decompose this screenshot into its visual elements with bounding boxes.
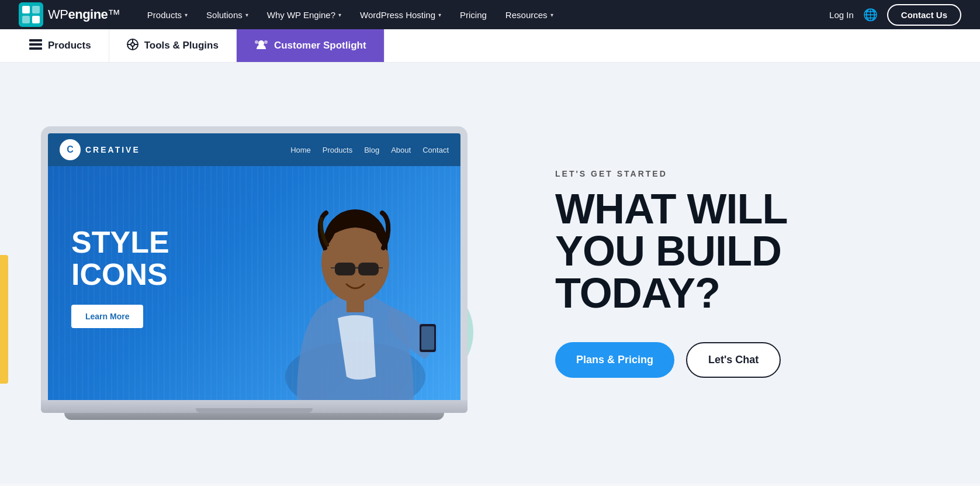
inner-link-contact: Contact [423, 146, 449, 154]
cta-buttons: Plans & Pricing Let's Chat [555, 342, 933, 378]
hero-person-image [250, 166, 460, 400]
plans-pricing-button[interactable]: Plans & Pricing [555, 342, 674, 378]
nav-right: Log In 🌐 Contact Us [829, 4, 961, 26]
wpengine-logo-icon [19, 2, 43, 27]
main-headline: WHAT WILL YOU BUILD TODAY? [555, 188, 933, 314]
logo[interactable]: WPengine™ [19, 2, 120, 27]
inner-logo-icon: C [60, 139, 81, 160]
inner-link-blog: Blog [364, 146, 379, 154]
inner-link-about: About [391, 146, 411, 154]
svg-rect-0 [19, 2, 43, 27]
svg-rect-7 [29, 47, 42, 50]
lets-chat-button[interactable]: Let's Chat [686, 342, 781, 378]
svg-rect-22 [358, 263, 379, 275]
nav-pricing[interactable]: Pricing [452, 5, 495, 25]
tools-icon [127, 39, 138, 53]
svg-rect-19 [421, 326, 434, 350]
subnav-tools-label: Tools & Plugins [144, 40, 219, 51]
main-content: C CREATIVE Home Products Blog About Cont… [0, 63, 980, 484]
yellow-bar-decoration [0, 255, 8, 384]
top-navigation: WPengine™ Products▾ Solutions▾ Why WP En… [0, 0, 980, 29]
laptop-base [41, 400, 468, 413]
products-icon [29, 39, 42, 53]
laptop-hero-area: STYLE ICONS Learn More [48, 166, 460, 400]
svg-rect-1 [22, 6, 30, 13]
contact-button[interactable]: Contact Us [887, 4, 961, 26]
svg-rect-26 [347, 298, 364, 312]
hero-text: STYLE ICONS Learn More [71, 226, 169, 328]
svg-point-16 [255, 40, 258, 44]
sub-navigation: Products Tools & Plugins Customer Spotli… [0, 29, 980, 63]
inner-nav-links: Home Products Blog About Contact [290, 146, 449, 154]
svg-rect-4 [32, 16, 40, 23]
eyebrow-text: LET'S GET STARTED [555, 169, 933, 178]
left-side: C CREATIVE Home Products Blog About Cont… [0, 103, 508, 443]
inner-site-nav: C CREATIVE Home Products Blog About Cont… [48, 133, 460, 166]
nav-why-wpengine[interactable]: Why WP Engine?▾ [259, 5, 349, 25]
learn-more-button[interactable]: Learn More [71, 305, 143, 328]
nav-wordpress-hosting[interactable]: WordPress Hosting▾ [352, 5, 449, 25]
nav-products[interactable]: Products▾ [139, 5, 196, 25]
globe-icon[interactable]: 🌐 [863, 8, 878, 22]
laptop-foot [64, 413, 444, 420]
svg-rect-3 [22, 16, 30, 23]
svg-rect-2 [32, 6, 40, 13]
svg-point-15 [264, 40, 268, 44]
subnav-spotlight-label: Customer Spotlight [274, 40, 366, 51]
logo-text: WPengine™ [48, 7, 120, 22]
laptop-screen: C CREATIVE Home Products Blog About Cont… [41, 126, 468, 400]
hero-headline: STYLE ICONS [71, 226, 169, 290]
subnav-products-label: Products [48, 40, 91, 51]
nav-resources[interactable]: Resources▾ [497, 5, 562, 25]
right-side: LET'S GET STARTED WHAT WILL YOU BUILD TO… [508, 134, 980, 413]
subnav-products[interactable]: Products [23, 29, 109, 62]
svg-rect-5 [29, 39, 42, 42]
subnav-tools[interactable]: Tools & Plugins [109, 29, 237, 62]
svg-point-9 [131, 43, 134, 46]
inner-link-products: Products [323, 146, 352, 154]
spotlight-icon [254, 39, 268, 53]
inner-logo: C CREATIVE [60, 139, 140, 160]
laptop-mockup: C CREATIVE Home Products Blog About Cont… [41, 126, 468, 420]
nav-solutions[interactable]: Solutions▾ [198, 5, 257, 25]
inner-logo-text: CREATIVE [85, 145, 140, 154]
inner-link-home: Home [290, 146, 311, 154]
svg-rect-21 [335, 263, 355, 275]
login-link[interactable]: Log In [829, 10, 854, 20]
subnav-customer-spotlight[interactable]: Customer Spotlight [237, 29, 385, 62]
svg-rect-6 [29, 43, 42, 46]
nav-items: Products▾ Solutions▾ Why WP Engine?▾ Wor… [139, 5, 825, 25]
